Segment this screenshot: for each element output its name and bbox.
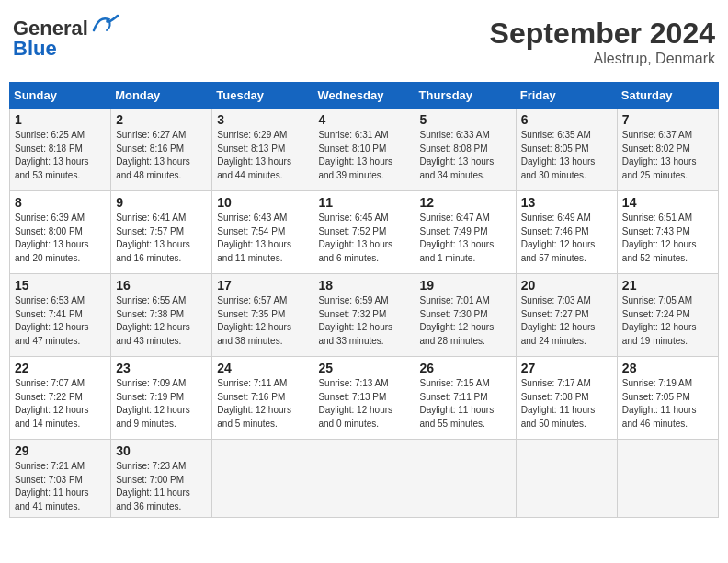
day-number: 30 <box>116 443 207 458</box>
calendar-cell: 29 Sunrise: 7:21 AMSunset: 7:03 PMDaylig… <box>10 440 111 518</box>
header-sunday: Sunday <box>10 83 111 109</box>
day-number: 15 <box>15 278 106 293</box>
day-info: Sunrise: 6:43 AMSunset: 7:54 PMDaylight:… <box>217 213 291 263</box>
day-number: 11 <box>318 195 409 210</box>
day-info: Sunrise: 7:15 AMSunset: 7:11 PMDaylight:… <box>420 378 495 429</box>
calendar-cell <box>516 440 617 518</box>
month-title: September 2024 <box>490 17 715 51</box>
calendar-cell: 8 Sunrise: 6:39 AMSunset: 8:00 PMDayligh… <box>10 191 111 274</box>
day-number: 13 <box>521 195 612 210</box>
day-info: Sunrise: 6:49 AMSunset: 7:46 PMDaylight:… <box>521 213 596 263</box>
calendar-cell: 19 Sunrise: 7:01 AMSunset: 7:30 PMDaylig… <box>415 274 516 357</box>
calendar-cell: 4 Sunrise: 6:31 AMSunset: 8:10 PMDayligh… <box>313 109 415 191</box>
day-info: Sunrise: 6:53 AMSunset: 7:41 PMDaylight:… <box>15 295 89 346</box>
day-number: 3 <box>217 112 308 127</box>
day-info: Sunrise: 7:19 AMSunset: 7:05 PMDaylight:… <box>622 378 697 429</box>
day-number: 19 <box>420 278 511 293</box>
calendar-cell: 7 Sunrise: 6:37 AMSunset: 8:02 PMDayligh… <box>617 109 718 191</box>
day-info: Sunrise: 7:17 AMSunset: 7:08 PMDaylight:… <box>521 378 596 429</box>
calendar-cell: 23 Sunrise: 7:09 AMSunset: 7:19 PMDaylig… <box>111 357 212 440</box>
day-info: Sunrise: 7:11 AMSunset: 7:16 PMDaylight:… <box>217 378 291 429</box>
day-number: 25 <box>318 361 409 375</box>
day-info: Sunrise: 7:23 AMSunset: 7:00 PMDaylight:… <box>116 461 190 511</box>
location: Alestrup, Denmark <box>490 51 715 67</box>
calendar-cell: 1 Sunrise: 6:25 AMSunset: 8:18 PMDayligh… <box>10 109 111 191</box>
header-wednesday: Wednesday <box>313 83 415 109</box>
day-info: Sunrise: 7:09 AMSunset: 7:19 PMDaylight:… <box>116 378 190 429</box>
day-number: 17 <box>217 278 308 293</box>
day-number: 10 <box>217 195 308 210</box>
calendar-cell: 30 Sunrise: 7:23 AMSunset: 7:00 PMDaylig… <box>111 440 212 518</box>
calendar-cell: 21 Sunrise: 7:05 AMSunset: 7:24 PMDaylig… <box>617 274 718 357</box>
calendar-cell: 13 Sunrise: 6:49 AMSunset: 7:46 PMDaylig… <box>516 191 617 274</box>
day-info: Sunrise: 6:47 AMSunset: 7:49 PMDaylight:… <box>420 213 495 263</box>
calendar-table: SundayMondayTuesdayWednesdayThursdayFrid… <box>9 82 719 518</box>
day-number: 4 <box>318 112 409 127</box>
header-thursday: Thursday <box>415 83 516 109</box>
header-saturday: Saturday <box>617 83 718 109</box>
day-info: Sunrise: 6:35 AMSunset: 8:05 PMDaylight:… <box>521 130 596 180</box>
day-info: Sunrise: 6:25 AMSunset: 8:18 PMDaylight:… <box>15 130 89 180</box>
calendar-cell: 16 Sunrise: 6:55 AMSunset: 7:38 PMDaylig… <box>111 274 212 357</box>
day-info: Sunrise: 6:37 AMSunset: 8:02 PMDaylight:… <box>622 130 697 180</box>
day-number: 6 <box>521 112 612 127</box>
day-number: 21 <box>622 278 713 293</box>
day-info: Sunrise: 6:41 AMSunset: 7:57 PMDaylight:… <box>116 213 190 263</box>
day-info: Sunrise: 6:29 AMSunset: 8:13 PMDaylight:… <box>217 130 291 180</box>
calendar-cell <box>415 440 516 518</box>
day-info: Sunrise: 6:39 AMSunset: 8:00 PMDaylight:… <box>15 213 89 263</box>
day-number: 24 <box>217 361 308 375</box>
calendar-cell: 26 Sunrise: 7:15 AMSunset: 7:11 PMDaylig… <box>415 357 516 440</box>
day-number: 12 <box>420 195 511 210</box>
day-number: 20 <box>521 278 612 293</box>
day-number: 16 <box>116 278 207 293</box>
calendar-cell: 17 Sunrise: 6:57 AMSunset: 7:35 PMDaylig… <box>212 274 313 357</box>
day-info: Sunrise: 6:45 AMSunset: 7:52 PMDaylight:… <box>318 213 392 263</box>
calendar-cell: 14 Sunrise: 6:51 AMSunset: 7:43 PMDaylig… <box>617 191 718 274</box>
logo-bird-icon <box>90 14 119 34</box>
calendar-cell: 11 Sunrise: 6:45 AMSunset: 7:52 PMDaylig… <box>313 191 415 274</box>
day-info: Sunrise: 7:21 AMSunset: 7:03 PMDaylight:… <box>15 461 89 511</box>
calendar-cell: 6 Sunrise: 6:35 AMSunset: 8:05 PMDayligh… <box>516 109 617 191</box>
calendar-cell: 9 Sunrise: 6:41 AMSunset: 7:57 PMDayligh… <box>111 191 212 274</box>
calendar-header-row: SundayMondayTuesdayWednesdayThursdayFrid… <box>10 83 719 109</box>
calendar-cell: 5 Sunrise: 6:33 AMSunset: 8:08 PMDayligh… <box>415 109 516 191</box>
calendar-cell <box>212 440 313 518</box>
day-info: Sunrise: 6:55 AMSunset: 7:38 PMDaylight:… <box>116 295 190 346</box>
day-number: 7 <box>622 112 713 127</box>
day-number: 18 <box>318 278 409 293</box>
logo: General Blue <box>13 17 119 61</box>
calendar-cell: 2 Sunrise: 6:27 AMSunset: 8:16 PMDayligh… <box>111 109 212 191</box>
calendar-cell: 18 Sunrise: 6:59 AMSunset: 7:32 PMDaylig… <box>313 274 415 357</box>
day-info: Sunrise: 7:05 AMSunset: 7:24 PMDaylight:… <box>622 295 697 346</box>
day-number: 26 <box>420 361 511 375</box>
header: General Blue September 2024 Alestrup, De… <box>9 9 719 75</box>
day-info: Sunrise: 6:51 AMSunset: 7:43 PMDaylight:… <box>622 213 697 263</box>
day-number: 2 <box>116 112 207 127</box>
calendar-cell: 3 Sunrise: 6:29 AMSunset: 8:13 PMDayligh… <box>212 109 313 191</box>
header-tuesday: Tuesday <box>212 83 313 109</box>
day-info: Sunrise: 7:07 AMSunset: 7:22 PMDaylight:… <box>15 378 89 429</box>
calendar-cell: 10 Sunrise: 6:43 AMSunset: 7:54 PMDaylig… <box>212 191 313 274</box>
day-number: 29 <box>15 443 106 458</box>
calendar-cell: 12 Sunrise: 6:47 AMSunset: 7:49 PMDaylig… <box>415 191 516 274</box>
day-info: Sunrise: 6:57 AMSunset: 7:35 PMDaylight:… <box>217 295 291 346</box>
calendar-cell: 22 Sunrise: 7:07 AMSunset: 7:22 PMDaylig… <box>10 357 111 440</box>
calendar-cell: 28 Sunrise: 7:19 AMSunset: 7:05 PMDaylig… <box>617 357 718 440</box>
logo-text-blue: Blue <box>13 37 57 61</box>
day-number: 23 <box>116 361 207 375</box>
day-number: 9 <box>116 195 207 210</box>
calendar-cell: 25 Sunrise: 7:13 AMSunset: 7:13 PMDaylig… <box>313 357 415 440</box>
day-number: 8 <box>15 195 106 210</box>
day-number: 14 <box>622 195 713 210</box>
calendar-cell: 15 Sunrise: 6:53 AMSunset: 7:41 PMDaylig… <box>10 274 111 357</box>
day-number: 1 <box>15 112 106 127</box>
day-number: 5 <box>420 112 511 127</box>
calendar-cell <box>313 440 415 518</box>
day-number: 28 <box>622 361 713 375</box>
day-info: Sunrise: 7:03 AMSunset: 7:27 PMDaylight:… <box>521 295 596 346</box>
day-number: 22 <box>15 361 106 375</box>
day-info: Sunrise: 7:13 AMSunset: 7:13 PMDaylight:… <box>318 378 392 429</box>
day-info: Sunrise: 6:33 AMSunset: 8:08 PMDaylight:… <box>420 130 495 180</box>
day-number: 27 <box>521 361 612 375</box>
